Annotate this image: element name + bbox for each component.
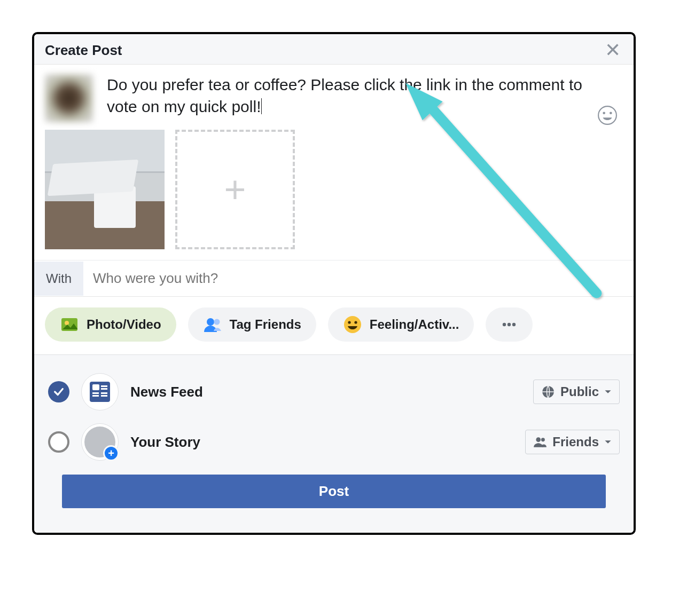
svg-point-7 (344, 316, 361, 333)
story-avatar-icon: + (81, 423, 119, 461)
tag-friends-label: Tag Friends (230, 317, 301, 332)
friends-icon (533, 435, 547, 449)
check-icon (53, 386, 65, 398)
tag-friends-button[interactable]: Tag Friends (188, 307, 316, 342)
post-button[interactable]: Post (62, 475, 606, 508)
globe-icon (541, 385, 555, 399)
svg-point-8 (348, 321, 350, 323)
svg-point-12 (512, 323, 516, 326)
close-icon[interactable]: ✕ (603, 42, 623, 59)
svg-point-10 (503, 323, 506, 326)
news-feed-label: News Feed (130, 384, 521, 400)
share-destinations: News Feed Public + Your Story Friends (34, 355, 634, 533)
svg-point-0 (598, 106, 616, 124)
attachment-row: + (34, 125, 634, 260)
tag-with-row: With (34, 260, 634, 297)
post-button-label: Post (319, 483, 349, 499)
with-label: With (34, 262, 83, 296)
with-input[interactable] (83, 260, 634, 296)
feeling-activity-label: Feeling/Activ... (370, 317, 459, 332)
avatar (45, 74, 93, 122)
news-feed-privacy-label: Public (560, 384, 599, 399)
text-cursor (261, 98, 262, 114)
tag-friends-icon (203, 315, 222, 334)
photo-icon (60, 315, 79, 334)
caret-down-icon (604, 438, 612, 446)
news-feed-privacy-button[interactable]: Public (533, 380, 620, 404)
photo-video-button[interactable]: Photo/Video (45, 307, 176, 342)
svg-point-6 (214, 319, 220, 325)
svg-point-1 (603, 112, 605, 114)
destination-news-feed: News Feed Public (48, 367, 620, 417)
news-feed-radio[interactable] (48, 381, 69, 402)
compose-area: Do you prefer tea or coffee? Please clic… (34, 65, 634, 125)
add-photo-tile[interactable]: + (175, 130, 295, 249)
more-options-button[interactable] (486, 307, 533, 342)
destination-your-story: + Your Story Friends (48, 417, 620, 467)
ellipsis-icon (499, 315, 519, 334)
svg-point-4 (65, 321, 69, 325)
plus-icon: + (224, 168, 246, 211)
create-post-dialog: Create Post ✕ Do you prefer tea or coffe… (32, 32, 636, 535)
post-text-value: Do you prefer tea or coffee? Please clic… (107, 76, 582, 115)
feeling-activity-button[interactable]: Feeling/Activ... (328, 307, 474, 342)
plus-badge-icon: + (103, 445, 119, 461)
svg-point-2 (610, 112, 612, 114)
news-feed-icon (81, 373, 119, 410)
attached-photo-thumbnail[interactable] (45, 130, 165, 249)
your-story-privacy-label: Friends (552, 435, 599, 449)
feeling-icon (343, 315, 362, 334)
svg-point-5 (207, 318, 214, 326)
svg-point-9 (354, 321, 357, 323)
composer-options-row: Photo/Video Tag Friends Feeling/Activ... (34, 297, 634, 355)
dialog-header: Create Post ✕ (34, 34, 634, 65)
svg-point-14 (536, 437, 541, 442)
svg-point-15 (541, 438, 545, 441)
emoji-picker-button[interactable] (597, 105, 618, 125)
your-story-radio[interactable] (48, 431, 69, 453)
your-story-label: Your Story (130, 434, 513, 451)
svg-point-11 (508, 323, 511, 326)
your-story-privacy-button[interactable]: Friends (525, 430, 620, 454)
dialog-title: Create Post (45, 42, 122, 59)
photo-video-label: Photo/Video (87, 317, 161, 332)
caret-down-icon (604, 388, 612, 396)
post-text-input[interactable]: Do you prefer tea or coffee? Please clic… (107, 74, 623, 122)
